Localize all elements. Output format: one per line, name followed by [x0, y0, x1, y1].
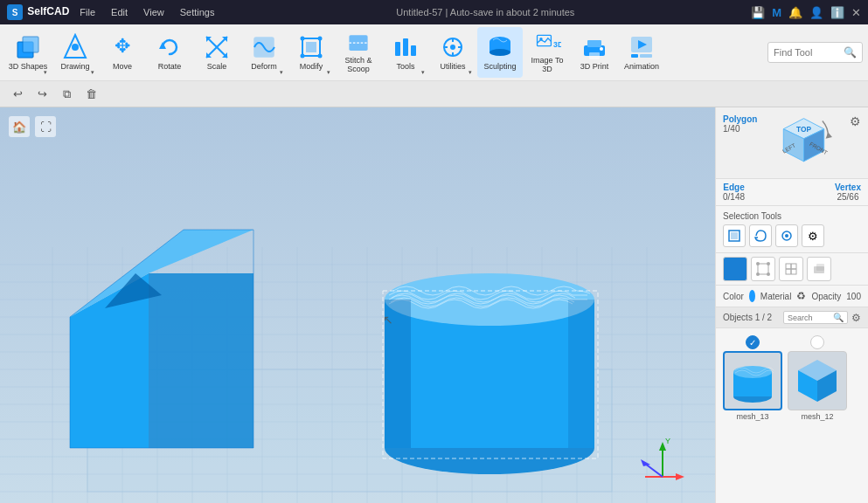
svg-rect-22: [395, 42, 400, 56]
viewport-fullscreen-btn[interactable]: ⛶: [35, 116, 56, 137]
svg-text:3D: 3D: [553, 40, 561, 49]
menu-file[interactable]: File: [74, 5, 101, 19]
svg-rect-44: [640, 54, 652, 58]
tool-3d-print[interactable]: 3D Print: [572, 27, 617, 78]
color-material-row: Color Material ♻ Opacity 100: [716, 286, 868, 307]
svg-point-17: [301, 37, 305, 41]
opacity-value: 100: [846, 292, 861, 301]
svg-rect-43: [631, 54, 638, 58]
sel-mode-object[interactable]: [807, 257, 831, 281]
image-to-3d-icon: 3D: [533, 31, 561, 55]
tool-search-bar[interactable]: 🔍: [767, 42, 863, 63]
obj-check-mesh13[interactable]: ✓: [746, 335, 760, 349]
svg-text:S: S: [12, 8, 18, 17]
search-input[interactable]: [774, 47, 844, 58]
rotate-icon: [156, 33, 184, 61]
color-swatch[interactable]: [749, 290, 755, 302]
tool-rotate[interactable]: Rotate: [147, 27, 192, 78]
tool-drawing[interactable]: Drawing: [52, 27, 98, 78]
view-cube-container[interactable]: TOP LEFT FRONT: [775, 114, 832, 171]
tool-stitch-scoop[interactable]: Stitch & Scoop: [336, 27, 381, 78]
save-icon[interactable]: 💾: [751, 6, 765, 19]
obj-check-mesh12[interactable]: [810, 335, 824, 349]
info-icon[interactable]: ℹ️: [830, 6, 844, 19]
objects-header: Objects 1 / 2 🔍 ⚙: [716, 307, 868, 328]
view-cube-area: Polygon 1/40 TOP LEFT: [716, 107, 868, 179]
select-face-btn[interactable]: [723, 224, 746, 247]
tool-deform[interactable]: Deform: [241, 27, 287, 78]
sel-mode-vertex[interactable]: [751, 257, 775, 281]
viewport-home-btn[interactable]: 🏠: [9, 116, 30, 137]
menu-view[interactable]: View: [138, 5, 170, 19]
select-settings-btn[interactable]: ⚙: [802, 224, 824, 247]
tool-utilities[interactable]: Utilities: [430, 27, 476, 78]
delete-button[interactable]: 🗑: [80, 84, 101, 105]
svg-rect-39: [589, 52, 600, 59]
panel-settings-gear[interactable]: ⚙: [850, 114, 861, 128]
sel-mode-polygon[interactable]: [723, 257, 747, 281]
svg-rect-110: [758, 264, 768, 274]
tool-move[interactable]: ✥ Move: [100, 27, 145, 78]
vertex-info: Vertex 25/66: [835, 183, 861, 202]
tool-modify[interactable]: Modify: [288, 27, 334, 78]
duplicate-button[interactable]: ⧉: [56, 84, 77, 105]
svg-rect-16: [306, 42, 316, 52]
right-panel: Polygon 1/40 TOP LEFT: [715, 107, 868, 503]
material-icon[interactable]: ♻: [796, 290, 806, 302]
svg-point-40: [600, 47, 603, 51]
tool-sculpting[interactable]: Sculpting: [477, 27, 523, 78]
view-cube[interactable]: TOP LEFT FRONT: [775, 114, 832, 171]
svg-point-5: [72, 44, 79, 51]
objects-search-input[interactable]: [788, 314, 831, 322]
svg-marker-100: [641, 459, 650, 466]
svg-point-114: [767, 272, 770, 276]
sel-mode-edge[interactable]: [779, 257, 803, 281]
tools-icon: [392, 33, 420, 61]
select-paint-btn[interactable]: [775, 224, 798, 247]
stitch-scoop-icon: [344, 31, 372, 55]
m-icon[interactable]: M: [772, 6, 781, 19]
undo-button[interactable]: ↩: [7, 84, 28, 105]
tool-animation[interactable]: Animation: [619, 27, 664, 78]
selection-tools-section: Selection Tools ⚙: [716, 206, 868, 253]
svg-point-33: [490, 49, 510, 56]
svg-text:✥: ✥: [115, 35, 130, 57]
3d-viewport[interactable]: ↖ LEFT 🏠 ⛶ Y: [0, 107, 715, 503]
obj-label-mesh12: mesh_12: [801, 412, 833, 421]
3d-print-icon: [580, 33, 608, 61]
mesh-info: Edge 0/148 Vertex 25/66: [716, 179, 868, 206]
grid: ↖ LEFT: [0, 107, 715, 503]
svg-rect-106: [731, 232, 738, 239]
menu-edit[interactable]: Edit: [106, 5, 133, 19]
objects-gear-btn[interactable]: ⚙: [851, 312, 861, 324]
svg-text:TOP: TOP: [796, 125, 811, 134]
objects-search[interactable]: 🔍: [783, 311, 848, 324]
obj-img-mesh12: [788, 351, 847, 410]
tool-image-to-3d[interactable]: 3D Image To 3D: [524, 27, 570, 78]
tool-tools[interactable]: Tools: [383, 27, 428, 78]
svg-point-20: [318, 54, 323, 59]
notification-icon[interactable]: 🔔: [788, 6, 802, 19]
object-thumb-mesh12[interactable]: mesh_12: [788, 335, 847, 421]
svg-rect-23: [403, 38, 408, 56]
user-icon[interactable]: 👤: [809, 6, 823, 19]
tool-3d-shapes[interactable]: 3D Shapes: [5, 27, 51, 78]
select-lasso-btn[interactable]: [749, 224, 772, 247]
menu-settings[interactable]: Settings: [175, 5, 220, 19]
object-thumb-mesh13[interactable]: ✓ mesh_13: [723, 335, 782, 421]
main-toolbar: 3D Shapes Drawing ✥ Move Rotate: [0, 24, 868, 81]
obj-label-mesh13: mesh_13: [736, 412, 768, 421]
polygon-value: 1/40: [723, 124, 757, 134]
titlebar-right: 💾 M 🔔 👤 ℹ️ ✕: [751, 6, 861, 19]
close-icon[interactable]: ✕: [851, 6, 861, 19]
search-icon: 🔍: [844, 46, 857, 59]
tool-scale[interactable]: Scale: [194, 27, 240, 78]
selection-tool-buttons: ⚙: [723, 224, 861, 247]
svg-point-18: [318, 37, 323, 41]
objects-grid: ✓ mesh_13: [716, 328, 868, 428]
titlebar: S SelfCAD File Edit View Settings Untitl…: [0, 0, 868, 24]
polygon-info: Polygon 1/40: [723, 114, 757, 134]
svg-point-112: [767, 262, 770, 265]
redo-button[interactable]: ↪: [31, 84, 52, 105]
svg-text:Y: Y: [665, 437, 670, 445]
